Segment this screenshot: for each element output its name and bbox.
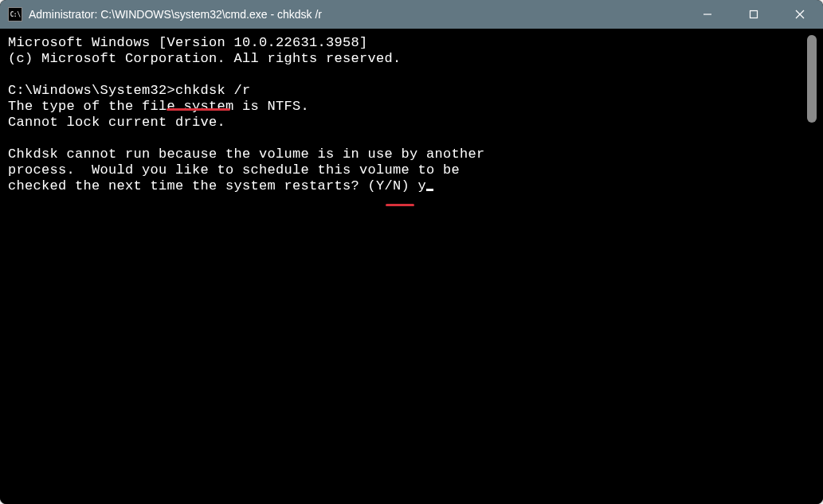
scrollbar[interactable]: [805, 35, 818, 498]
command-prompt-window: C:\ Administrator: C:\WINDOWS\system32\c…: [0, 0, 823, 504]
prompt-path: C:\Windows\System32>: [8, 83, 175, 98]
maximize-button[interactable]: [731, 0, 777, 29]
scrollbar-thumb[interactable]: [807, 35, 817, 123]
user-response: y: [418, 178, 427, 193]
annotation-underline-response: [386, 204, 414, 206]
text-cursor: [426, 189, 433, 191]
output-line-msg1: Chkdsk cannot run because the volume is …: [8, 147, 485, 162]
window-title: Administrator: C:\WINDOWS\system32\cmd.e…: [29, 8, 684, 21]
close-icon: [795, 10, 805, 19]
cmd-icon: C:\: [8, 7, 22, 21]
terminal-output[interactable]: Microsoft Windows [Version 10.0.22631.39…: [5, 33, 805, 499]
close-button[interactable]: [777, 0, 823, 29]
titlebar[interactable]: C:\ Administrator: C:\WINDOWS\system32\c…: [0, 0, 823, 29]
copyright-line: (c) Microsoft Corporation. All rights re…: [8, 51, 402, 66]
maximize-icon: [749, 10, 758, 19]
svg-rect-1: [750, 11, 758, 18]
minimize-button[interactable]: [684, 0, 731, 29]
terminal-area: Microsoft Windows [Version 10.0.22631.39…: [0, 29, 823, 504]
output-line-prompt: checked the next time the system restart…: [8, 178, 418, 193]
typed-command: chkdsk /r: [175, 83, 251, 98]
window-controls: [684, 0, 823, 29]
output-line-msg2: process. Would you like to schedule this…: [8, 162, 460, 178]
minimize-icon: [703, 10, 712, 19]
output-line-fs: The type of the file system is NTFS.: [8, 99, 309, 114]
annotation-underline-command: [167, 108, 230, 111]
output-line-lock: Cannot lock current drive.: [8, 115, 225, 130]
version-line: Microsoft Windows [Version 10.0.22631.39…: [8, 35, 368, 50]
